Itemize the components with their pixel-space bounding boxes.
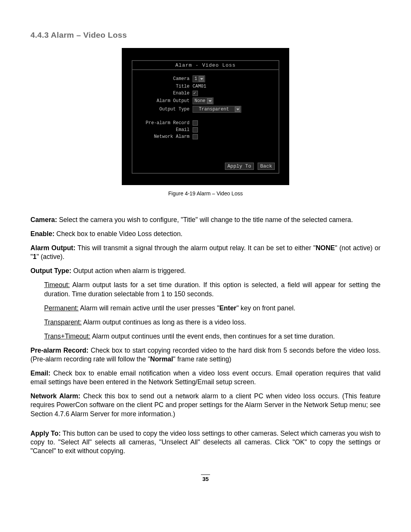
alarm-output-value: None xyxy=(194,98,206,104)
camera-select[interactable]: 1 xyxy=(193,75,205,82)
alarm-output-none: NONE xyxy=(315,244,335,252)
permanent-desc-2: " key on front panel. xyxy=(236,304,295,312)
alarm-output-desc-3: " (active). xyxy=(37,253,64,260)
output-type-term: Output Type: xyxy=(30,267,72,275)
output-type-label: Output Type xyxy=(132,107,193,112)
output-type-select[interactable]: Transparent xyxy=(193,106,241,113)
title-value: CAM01 xyxy=(193,84,206,89)
prealarm-term: Pre-alarm Record: xyxy=(30,347,89,354)
timeout-term: Timeout: xyxy=(44,281,70,289)
apply-to-term: Apply To: xyxy=(30,430,61,437)
section-heading: 4.4.3 Alarm – Video Loss xyxy=(30,30,381,40)
camera-term: Camera: xyxy=(30,216,57,224)
camera-select-value: 1 xyxy=(194,76,197,81)
transparent-desc: Alarm output continues as long as there … xyxy=(82,318,246,326)
apply-to-desc: This button can be used to copy the vide… xyxy=(30,430,381,455)
figure-container: Alarm - Video Loss Camera 1 Title CAM01 … xyxy=(30,46,381,197)
chevron-down-icon xyxy=(235,107,240,112)
transtimeout-desc: Alarm output continues until the event e… xyxy=(91,332,335,340)
permanent-term: Permanent: xyxy=(44,304,78,312)
network-alarm-term: Network Alarm: xyxy=(30,392,80,400)
timeout-desc: Alarm output lasts for a set time durati… xyxy=(44,281,381,297)
title-label: Title xyxy=(132,84,193,89)
network-alarm-form-label: Network Alarm xyxy=(132,134,193,139)
network-alarm-desc: Check this box to send out a network ala… xyxy=(30,392,381,417)
body-text: Camera: Select the camera you wish to co… xyxy=(30,216,381,455)
prealarm-record-label: Pre-alarm Record xyxy=(132,120,193,126)
chevron-down-icon xyxy=(207,98,212,104)
email-checkbox[interactable] xyxy=(193,127,198,133)
enable-label: Enable xyxy=(132,91,193,96)
network-alarm-checkbox[interactable] xyxy=(193,134,198,139)
alarm-output-desc-1: This will transmit a signal through the … xyxy=(75,244,315,252)
camera-label: Camera xyxy=(132,76,193,81)
transtimeout-term: Trans+Timeout: xyxy=(44,332,91,340)
enable-desc: Check box to enable Video Loss detection… xyxy=(54,230,182,238)
dvr-screenshot: Alarm - Video Loss Camera 1 Title CAM01 … xyxy=(122,48,289,185)
alarm-output-term: Alarm Output: xyxy=(30,244,75,252)
chevron-down-icon xyxy=(199,76,204,81)
email-desc: Check box to enable email notification w… xyxy=(30,369,381,386)
back-button[interactable]: Back xyxy=(258,163,275,170)
page-number: 35 xyxy=(30,474,381,482)
prealarm-desc-2: " frame rate setting) xyxy=(173,355,231,363)
permanent-desc-1: Alarm will remain active until the user … xyxy=(78,304,219,312)
apply-to-button[interactable]: Apply To xyxy=(225,163,254,170)
alarm-output-label: Alarm Output xyxy=(132,98,193,104)
output-type-value: Transparent xyxy=(194,107,233,112)
permanent-enter: Enter xyxy=(219,304,236,312)
prealarm-normal: Normal xyxy=(150,355,173,363)
dvr-window-title: Alarm - Video Loss xyxy=(132,61,279,69)
email-form-label: Email xyxy=(132,127,193,133)
enable-term: Enable: xyxy=(30,230,54,238)
alarm-output-one: 1 xyxy=(33,253,37,260)
alarm-output-select[interactable]: None xyxy=(193,97,213,104)
figure-caption: Figure 4-19 Alarm – Video Loss xyxy=(30,190,381,197)
camera-desc: Select the camera you wish to configure,… xyxy=(57,216,353,224)
email-term: Email: xyxy=(30,369,51,377)
transparent-term: Transparent: xyxy=(44,318,82,326)
prealarm-checkbox[interactable] xyxy=(193,120,198,126)
output-type-desc: Output action when alarm is triggered. xyxy=(72,267,186,275)
enable-checkbox[interactable] xyxy=(193,91,198,96)
